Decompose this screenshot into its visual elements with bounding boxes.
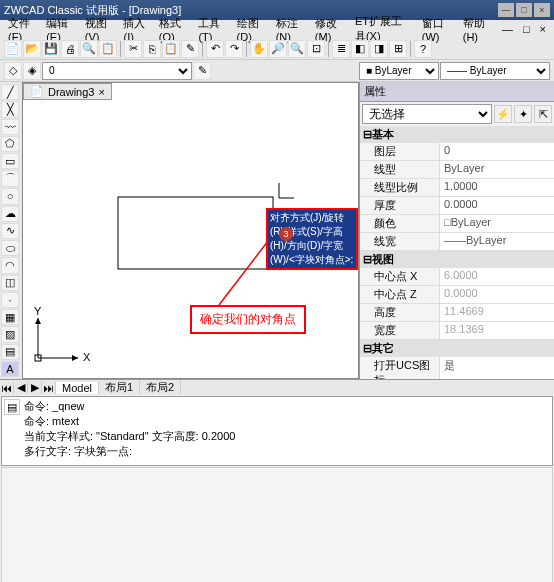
save-icon[interactable]: 💾 xyxy=(42,40,60,58)
cat-view[interactable]: ⊟视图 xyxy=(360,251,554,268)
mtext-icon[interactable]: A xyxy=(1,361,19,377)
cmd-line: 命令: mtext xyxy=(24,414,550,429)
layerp-icon[interactable]: ◈ xyxy=(23,62,41,80)
layerm-icon[interactable]: ✎ xyxy=(193,62,211,80)
new-icon[interactable]: 📄 xyxy=(4,40,22,58)
maximize-button[interactable]: □ xyxy=(516,3,532,17)
cmd-line: 多行文字: 字块第一点: xyxy=(24,444,550,459)
separator xyxy=(202,41,203,57)
doc-close-icon[interactable]: × xyxy=(536,22,550,36)
window-controls: — □ × xyxy=(498,3,550,17)
arc-icon[interactable]: ⌒ xyxy=(1,170,19,187)
layer-icon[interactable]: ◇ xyxy=(4,62,22,80)
tab-last-icon[interactable]: ⏭ xyxy=(42,382,56,394)
ellipsearc-icon[interactable]: ◠ xyxy=(1,257,19,273)
pline-icon[interactable]: 〰 xyxy=(1,119,19,135)
open-icon[interactable]: 📂 xyxy=(23,40,41,58)
revcloud-icon[interactable]: ☁ xyxy=(1,206,19,222)
spline-icon[interactable]: ∿ xyxy=(1,223,19,239)
doc-name: Drawing3 xyxy=(48,86,94,98)
properties-panel: 属性 无选择 ⚡ ✦ ⇱ ⊟基本 图层0 线型ByLayer 线型比例1.000… xyxy=(359,82,554,379)
zoom-icon[interactable]: 🔎 xyxy=(269,40,287,58)
drawing-area[interactable]: X Y 对齐方式(J)/旋转(R)/样式(S)/字高(H)/方向(D)/字宽(W… xyxy=(23,83,358,378)
redo-icon[interactable]: ↷ xyxy=(225,40,243,58)
menu-bar: 文件(F) 编辑(E) 视图(V) 插入(I) 格式(O) 工具(T) 绘图(D… xyxy=(0,20,554,38)
prop-row: 打开UCS图标是 xyxy=(360,357,554,379)
props-icon[interactable]: ≣ xyxy=(332,40,350,58)
cut-icon[interactable]: ✂ xyxy=(124,40,142,58)
rect-icon[interactable]: ▭ xyxy=(1,153,19,169)
properties-title: 属性 xyxy=(360,82,554,102)
prop-row: 图层0 xyxy=(360,143,554,161)
match-icon[interactable]: ✎ xyxy=(181,40,199,58)
color-select[interactable]: ■ ByLayer xyxy=(359,62,439,80)
line-icon[interactable]: ╱ xyxy=(1,84,19,100)
doc-min-icon[interactable]: — xyxy=(498,22,517,36)
zoome-icon[interactable]: ⊡ xyxy=(307,40,325,58)
prop-row: 线型比例1.0000 xyxy=(360,179,554,197)
toolbar-draw: ╱ ╳ 〰 ⬠ ▭ ⌒ ○ ☁ ∿ ⬭ ◠ ◫ · ▦ ▨ ▤ A xyxy=(0,82,22,379)
undo-icon[interactable]: ↶ xyxy=(206,40,224,58)
point-icon[interactable]: · xyxy=(1,292,19,308)
prop-row: 颜色□ByLayer xyxy=(360,215,554,233)
separator xyxy=(120,41,121,57)
prop-row: 中心点 X6.0000 xyxy=(360,268,554,286)
copy-icon[interactable]: ⎘ xyxy=(143,40,161,58)
prop-row: 线宽——ByLayer xyxy=(360,233,554,251)
tab-first-icon[interactable]: ⏮ xyxy=(0,382,14,394)
properties-body[interactable]: ⊟基本 图层0 线型ByLayer 线型比例1.0000 厚度0.0000 颜色… xyxy=(360,126,554,379)
tool-icon[interactable]: ◨ xyxy=(370,40,388,58)
selectobj-icon[interactable]: ⇱ xyxy=(534,105,552,123)
quickselect-icon[interactable]: ⚡ xyxy=(494,105,512,123)
highlight-prompt: 对齐方式(J)/旋转(R)/样式(S)/字高(H)/方向(D)/字宽(W)/<字… xyxy=(266,208,358,270)
xline-icon[interactable]: ╳ xyxy=(1,101,19,117)
lineweight-select[interactable]: —— ByLayer xyxy=(440,62,550,80)
ellipse-icon[interactable]: ⬭ xyxy=(1,240,19,256)
cat-other[interactable]: ⊟其它 xyxy=(360,340,554,357)
separator xyxy=(328,41,329,57)
calc-icon[interactable]: ⊞ xyxy=(389,40,407,58)
prop-row: 宽度18.1369 xyxy=(360,322,554,340)
prop-row: 高度11.4669 xyxy=(360,304,554,322)
selection-dropdown[interactable]: 无选择 xyxy=(362,104,492,124)
tab-model[interactable]: Model xyxy=(56,382,99,394)
zoomw-icon[interactable]: 🔍 xyxy=(288,40,306,58)
tab-layout2[interactable]: 布局2 xyxy=(140,380,181,395)
menu-help[interactable]: 帮助(H) xyxy=(459,15,496,44)
svg-rect-0 xyxy=(118,197,273,269)
preview-icon[interactable]: 🔍 xyxy=(80,40,98,58)
doc-max-icon[interactable]: □ xyxy=(519,22,534,36)
drawing-canvas[interactable]: 📄 Drawing3 × X xyxy=(22,82,359,379)
tab-next-icon[interactable]: ▶ xyxy=(28,381,42,394)
table-icon[interactable]: ▤ xyxy=(1,344,19,360)
main-area: ╱ ╳ 〰 ⬠ ▭ ⌒ ○ ☁ ∿ ⬭ ◠ ◫ · ▦ ▨ ▤ A 📄 Draw… xyxy=(0,82,554,379)
layout-tabs: ⏮ ◀ ▶ ⏭ Model 布局1 布局2 xyxy=(0,379,554,395)
design-icon[interactable]: ◧ xyxy=(351,40,369,58)
pan-icon[interactable]: ✋ xyxy=(250,40,268,58)
tab-layout1[interactable]: 布局1 xyxy=(99,380,140,395)
block-icon[interactable]: ◫ xyxy=(1,275,19,291)
help-icon[interactable]: ? xyxy=(414,40,432,58)
cmd-icon[interactable]: ▤ xyxy=(4,399,20,415)
command-history[interactable]: ▤ 命令: _qnew 命令: mtext 当前文字样式: "Standard"… xyxy=(1,396,553,466)
layer-select[interactable]: 0 xyxy=(42,62,192,80)
close-button[interactable]: × xyxy=(534,3,550,17)
blank-panel xyxy=(1,467,553,582)
publish-icon[interactable]: 📋 xyxy=(99,40,117,58)
x-axis-label: X xyxy=(83,351,90,363)
circle-icon[interactable]: ○ xyxy=(1,188,19,204)
document-tab[interactable]: 📄 Drawing3 × xyxy=(23,83,112,100)
pickadd-icon[interactable]: ✦ xyxy=(514,105,532,123)
prop-row: 线型ByLayer xyxy=(360,161,554,179)
cat-basic[interactable]: ⊟基本 xyxy=(360,126,554,143)
region-icon[interactable]: ▨ xyxy=(1,326,19,342)
svg-marker-4 xyxy=(72,355,78,361)
paste-icon[interactable]: 📋 xyxy=(162,40,180,58)
print-icon[interactable]: 🖨 xyxy=(61,40,79,58)
doc-icon: 📄 xyxy=(30,85,44,98)
hatch-icon[interactable]: ▦ xyxy=(1,309,19,325)
tab-prev-icon[interactable]: ◀ xyxy=(14,381,28,394)
tab-close-icon[interactable]: × xyxy=(98,86,104,98)
minimize-button[interactable]: — xyxy=(498,3,514,17)
polygon-icon[interactable]: ⬠ xyxy=(1,136,19,152)
